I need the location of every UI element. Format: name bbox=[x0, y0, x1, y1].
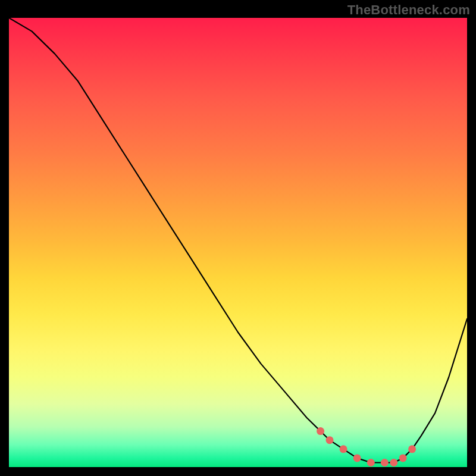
chart-canvas: TheBottleneck.com bbox=[0, 0, 476, 476]
annotation-dot bbox=[353, 454, 361, 462]
annotation-dot bbox=[317, 427, 324, 435]
annotation-dot bbox=[367, 459, 375, 466]
chart-svg bbox=[9, 18, 467, 467]
annotation-dot bbox=[408, 445, 416, 453]
annotation-dot bbox=[326, 436, 334, 444]
annotation-dot bbox=[399, 454, 407, 462]
watermark-text: TheBottleneck.com bbox=[347, 2, 470, 18]
bottleneck-curve bbox=[9, 18, 467, 463]
annotation-dot bbox=[340, 445, 347, 453]
annotation-dot bbox=[390, 459, 397, 466]
annotation-dot bbox=[381, 459, 389, 466]
